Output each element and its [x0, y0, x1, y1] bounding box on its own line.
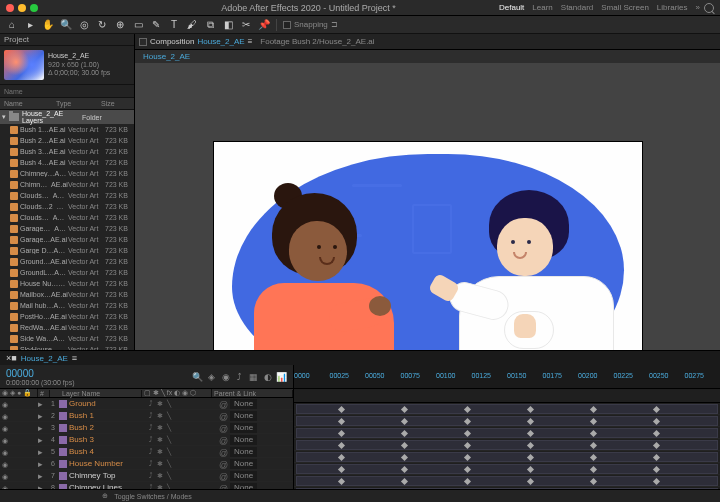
keyframe-icon[interactable]	[401, 454, 408, 461]
keyframe-icon[interactable]	[527, 442, 534, 449]
project-item[interactable]: Bush 2…AE.aiVector Art723 KB	[0, 135, 134, 146]
layer-row[interactable]: ▸2Bush 1⤴✱╲@None	[0, 410, 293, 422]
parent-dropdown[interactable]: None	[230, 399, 257, 409]
keyframe-icon[interactable]	[401, 442, 408, 449]
layer-name[interactable]: Ground	[69, 399, 147, 408]
pickwhip-icon[interactable]: @	[219, 400, 227, 408]
shy-switch[interactable]: ⤴	[147, 472, 155, 480]
motion-blur-icon[interactable]: ◐	[262, 371, 273, 382]
keyframe-icon[interactable]	[653, 466, 660, 473]
twirl-icon[interactable]: ▸	[38, 423, 45, 433]
layer-color-label[interactable]	[59, 436, 67, 444]
visibility-toggle-icon[interactable]	[0, 435, 10, 445]
layer-row[interactable]: ▸7Chimney Top⤴✱╲@None	[0, 470, 293, 482]
workspace-libraries[interactable]: Libraries	[657, 3, 688, 12]
keyframe-icon[interactable]	[401, 418, 408, 425]
layer-row[interactable]: ▸6House Number⤴✱╲@None	[0, 458, 293, 470]
shape-tool-icon[interactable]: ▭	[132, 19, 144, 31]
track-row[interactable]	[294, 463, 720, 475]
parent-dropdown[interactable]: None	[230, 447, 257, 457]
keyframe-icon[interactable]	[527, 418, 534, 425]
layer-name[interactable]: Chimney Top	[69, 471, 147, 480]
eraser-tool-icon[interactable]: ◧	[222, 19, 234, 31]
keyframe-icon[interactable]	[590, 478, 597, 485]
layer-color-label[interactable]	[59, 448, 67, 456]
composition-tab-active[interactable]: Composition House_2_AE ≡	[139, 34, 252, 49]
snapping-toggle[interactable]: Snapping ⊐	[283, 20, 338, 29]
keyframe-icon[interactable]	[527, 466, 534, 473]
layer-name[interactable]: House Number	[69, 459, 147, 468]
brush-tool-icon[interactable]: 🖌	[186, 19, 198, 31]
collapse-switch[interactable]: ✱	[156, 436, 164, 444]
layer-row[interactable]: ▸4Bush 3⤴✱╲@None	[0, 434, 293, 446]
layer-duration-bar[interactable]	[296, 476, 718, 486]
shy-icon[interactable]: ⤴	[234, 371, 245, 382]
draft3d-icon[interactable]: ◉	[220, 371, 231, 382]
keyframe-icon[interactable]	[653, 418, 660, 425]
shy-switch[interactable]: ⤴	[147, 460, 155, 468]
project-item[interactable]: House Nu…AE.aiVector Art723 KB	[0, 278, 134, 289]
layer-duration-bar[interactable]	[296, 416, 718, 426]
workspace-overflow-icon[interactable]: »	[696, 3, 700, 12]
quality-switch[interactable]: ╲	[165, 412, 173, 420]
project-item[interactable]: Ground…AE.aiVector Art723 KB	[0, 256, 134, 267]
track-row[interactable]	[294, 475, 720, 487]
graph-editor-icon[interactable]: 📊	[276, 371, 287, 382]
keyframe-icon[interactable]	[464, 442, 471, 449]
layer-duration-bar[interactable]	[296, 440, 718, 450]
collapse-switch[interactable]: ✱	[156, 472, 164, 480]
layer-color-label[interactable]	[59, 472, 67, 480]
keyframe-icon[interactable]	[464, 454, 471, 461]
frame-blend-icon[interactable]: ▦	[248, 371, 259, 382]
track-row[interactable]	[294, 427, 720, 439]
pen-tool-icon[interactable]: ✎	[150, 19, 162, 31]
visibility-toggle-icon[interactable]	[0, 423, 10, 433]
track-row[interactable]	[294, 487, 720, 489]
pickwhip-icon[interactable]: @	[219, 412, 227, 420]
layer-color-label[interactable]	[59, 460, 67, 468]
project-item[interactable]: Bush 1…AE.aiVector Art723 KB	[0, 124, 134, 135]
snap-edge-icon[interactable]: ⊐	[331, 20, 338, 29]
layer-name[interactable]: Bush 1	[69, 411, 147, 420]
keyframe-icon[interactable]	[338, 442, 345, 449]
layer-duration-bar[interactable]	[296, 404, 718, 414]
col-parent[interactable]: Parent & Link	[212, 390, 293, 397]
parent-dropdown[interactable]: None	[230, 471, 257, 481]
col-layer-name[interactable]: Layer Name	[60, 390, 142, 397]
pickwhip-icon[interactable]: @	[219, 448, 227, 456]
layer-color-label[interactable]	[59, 424, 67, 432]
collapse-switch[interactable]: ✱	[156, 424, 164, 432]
project-search-input[interactable]	[4, 88, 130, 95]
quality-switch[interactable]: ╲	[165, 460, 173, 468]
layer-row[interactable]: ▸3Bush 2⤴✱╲@None	[0, 422, 293, 434]
keyframe-icon[interactable]	[527, 406, 534, 413]
puppet-tool-icon[interactable]: 📌	[258, 19, 270, 31]
shy-switch[interactable]: ⤴	[147, 424, 155, 432]
visibility-toggle-icon[interactable]	[0, 447, 10, 457]
quality-switch[interactable]: ╲	[165, 424, 173, 432]
keyframe-icon[interactable]	[527, 454, 534, 461]
keyframe-icon[interactable]	[401, 466, 408, 473]
col-size[interactable]: Size	[101, 100, 115, 107]
project-item[interactable]: Mailbox…AE.aiVector Art723 KB	[0, 289, 134, 300]
quality-switch[interactable]: ╲	[165, 448, 173, 456]
project-item[interactable]: Garage…_AE.aiVector Art723 KB	[0, 223, 134, 234]
layer-color-label[interactable]	[59, 400, 67, 408]
workspace-learn[interactable]: Learn	[532, 3, 552, 12]
visibility-toggle-icon[interactable]	[0, 459, 10, 469]
pickwhip-icon[interactable]: @	[219, 472, 227, 480]
keyframe-icon[interactable]	[338, 418, 345, 425]
keyframe-icon[interactable]	[464, 430, 471, 437]
anchor-tool-icon[interactable]: ⊕	[114, 19, 126, 31]
keyframe-icon[interactable]	[653, 442, 660, 449]
hand-tool-icon[interactable]: ✋	[42, 19, 54, 31]
footage-tab[interactable]: Footage Bush 2/House_2_AE.ai	[260, 34, 374, 49]
twirl-icon[interactable]: ▸	[38, 411, 45, 421]
track-row[interactable]	[294, 415, 720, 427]
project-item[interactable]: Chimn…_AE.aiVector Art723 KB	[0, 179, 134, 190]
collapse-switch[interactable]: ✱	[156, 448, 164, 456]
keyframe-icon[interactable]	[401, 406, 408, 413]
keyframe-icon[interactable]	[527, 478, 534, 485]
shy-switch[interactable]: ⤴	[147, 412, 155, 420]
collapse-switch[interactable]: ✱	[156, 400, 164, 408]
